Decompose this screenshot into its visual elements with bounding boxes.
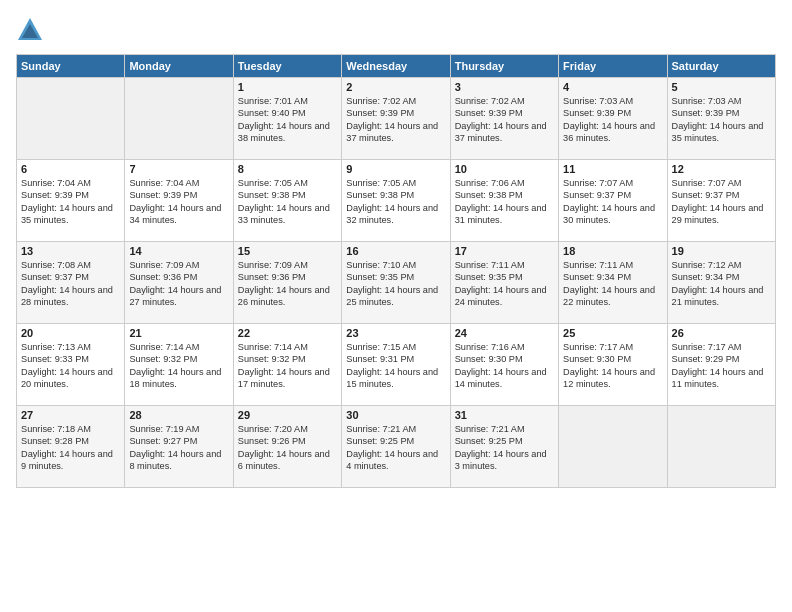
calendar-cell: 22Sunrise: 7:14 AMSunset: 9:32 PMDayligh… (233, 324, 341, 406)
calendar-cell: 6Sunrise: 7:04 AMSunset: 9:39 PMDaylight… (17, 160, 125, 242)
day-number: 1 (238, 81, 337, 93)
day-number: 10 (455, 163, 554, 175)
day-number: 24 (455, 327, 554, 339)
calendar-cell: 21Sunrise: 7:14 AMSunset: 9:32 PMDayligh… (125, 324, 233, 406)
day-number: 8 (238, 163, 337, 175)
header-saturday: Saturday (667, 55, 775, 78)
day-number: 30 (346, 409, 445, 421)
calendar-cell (125, 78, 233, 160)
calendar-cell: 7Sunrise: 7:04 AMSunset: 9:39 PMDaylight… (125, 160, 233, 242)
cell-content: Sunrise: 7:11 AMSunset: 9:35 PMDaylight:… (455, 259, 554, 309)
calendar-cell: 18Sunrise: 7:11 AMSunset: 9:34 PMDayligh… (559, 242, 667, 324)
cell-content: Sunrise: 7:18 AMSunset: 9:28 PMDaylight:… (21, 423, 120, 473)
cell-content: Sunrise: 7:19 AMSunset: 9:27 PMDaylight:… (129, 423, 228, 473)
calendar-header-row: SundayMondayTuesdayWednesdayThursdayFrid… (17, 55, 776, 78)
day-number: 17 (455, 245, 554, 257)
cell-content: Sunrise: 7:12 AMSunset: 9:34 PMDaylight:… (672, 259, 771, 309)
calendar-cell: 15Sunrise: 7:09 AMSunset: 9:36 PMDayligh… (233, 242, 341, 324)
calendar-cell: 13Sunrise: 7:08 AMSunset: 9:37 PMDayligh… (17, 242, 125, 324)
cell-content: Sunrise: 7:20 AMSunset: 9:26 PMDaylight:… (238, 423, 337, 473)
calendar-cell: 1Sunrise: 7:01 AMSunset: 9:40 PMDaylight… (233, 78, 341, 160)
calendar-cell (17, 78, 125, 160)
day-number: 7 (129, 163, 228, 175)
calendar-cell: 2Sunrise: 7:02 AMSunset: 9:39 PMDaylight… (342, 78, 450, 160)
cell-content: Sunrise: 7:09 AMSunset: 9:36 PMDaylight:… (238, 259, 337, 309)
calendar-cell (559, 406, 667, 488)
calendar-cell: 29Sunrise: 7:20 AMSunset: 9:26 PMDayligh… (233, 406, 341, 488)
day-number: 3 (455, 81, 554, 93)
calendar-cell: 28Sunrise: 7:19 AMSunset: 9:27 PMDayligh… (125, 406, 233, 488)
cell-content: Sunrise: 7:15 AMSunset: 9:31 PMDaylight:… (346, 341, 445, 391)
calendar-cell: 10Sunrise: 7:06 AMSunset: 9:38 PMDayligh… (450, 160, 558, 242)
calendar-cell: 20Sunrise: 7:13 AMSunset: 9:33 PMDayligh… (17, 324, 125, 406)
calendar-week-5: 27Sunrise: 7:18 AMSunset: 9:28 PMDayligh… (17, 406, 776, 488)
day-number: 9 (346, 163, 445, 175)
cell-content: Sunrise: 7:07 AMSunset: 9:37 PMDaylight:… (563, 177, 662, 227)
cell-content: Sunrise: 7:10 AMSunset: 9:35 PMDaylight:… (346, 259, 445, 309)
cell-content: Sunrise: 7:13 AMSunset: 9:33 PMDaylight:… (21, 341, 120, 391)
calendar-cell: 19Sunrise: 7:12 AMSunset: 9:34 PMDayligh… (667, 242, 775, 324)
day-number: 18 (563, 245, 662, 257)
day-number: 16 (346, 245, 445, 257)
day-number: 2 (346, 81, 445, 93)
calendar-cell (667, 406, 775, 488)
calendar-cell: 14Sunrise: 7:09 AMSunset: 9:36 PMDayligh… (125, 242, 233, 324)
cell-content: Sunrise: 7:09 AMSunset: 9:36 PMDaylight:… (129, 259, 228, 309)
header-monday: Monday (125, 55, 233, 78)
calendar-table: SundayMondayTuesdayWednesdayThursdayFrid… (16, 54, 776, 488)
day-number: 31 (455, 409, 554, 421)
calendar-cell: 31Sunrise: 7:21 AMSunset: 9:25 PMDayligh… (450, 406, 558, 488)
calendar-cell: 30Sunrise: 7:21 AMSunset: 9:25 PMDayligh… (342, 406, 450, 488)
day-number: 4 (563, 81, 662, 93)
header-tuesday: Tuesday (233, 55, 341, 78)
cell-content: Sunrise: 7:05 AMSunset: 9:38 PMDaylight:… (346, 177, 445, 227)
day-number: 5 (672, 81, 771, 93)
cell-content: Sunrise: 7:17 AMSunset: 9:30 PMDaylight:… (563, 341, 662, 391)
day-number: 23 (346, 327, 445, 339)
calendar-cell: 5Sunrise: 7:03 AMSunset: 9:39 PMDaylight… (667, 78, 775, 160)
header-friday: Friday (559, 55, 667, 78)
cell-content: Sunrise: 7:04 AMSunset: 9:39 PMDaylight:… (129, 177, 228, 227)
page-container: SundayMondayTuesdayWednesdayThursdayFrid… (0, 0, 792, 496)
cell-content: Sunrise: 7:03 AMSunset: 9:39 PMDaylight:… (672, 95, 771, 145)
day-number: 22 (238, 327, 337, 339)
day-number: 21 (129, 327, 228, 339)
cell-content: Sunrise: 7:11 AMSunset: 9:34 PMDaylight:… (563, 259, 662, 309)
cell-content: Sunrise: 7:04 AMSunset: 9:39 PMDaylight:… (21, 177, 120, 227)
calendar-week-1: 1Sunrise: 7:01 AMSunset: 9:40 PMDaylight… (17, 78, 776, 160)
day-number: 13 (21, 245, 120, 257)
cell-content: Sunrise: 7:14 AMSunset: 9:32 PMDaylight:… (238, 341, 337, 391)
calendar-cell: 11Sunrise: 7:07 AMSunset: 9:37 PMDayligh… (559, 160, 667, 242)
cell-content: Sunrise: 7:14 AMSunset: 9:32 PMDaylight:… (129, 341, 228, 391)
cell-content: Sunrise: 7:02 AMSunset: 9:39 PMDaylight:… (455, 95, 554, 145)
calendar-cell: 23Sunrise: 7:15 AMSunset: 9:31 PMDayligh… (342, 324, 450, 406)
calendar-week-4: 20Sunrise: 7:13 AMSunset: 9:33 PMDayligh… (17, 324, 776, 406)
day-number: 19 (672, 245, 771, 257)
cell-content: Sunrise: 7:05 AMSunset: 9:38 PMDaylight:… (238, 177, 337, 227)
calendar-cell: 17Sunrise: 7:11 AMSunset: 9:35 PMDayligh… (450, 242, 558, 324)
day-number: 14 (129, 245, 228, 257)
cell-content: Sunrise: 7:02 AMSunset: 9:39 PMDaylight:… (346, 95, 445, 145)
cell-content: Sunrise: 7:21 AMSunset: 9:25 PMDaylight:… (455, 423, 554, 473)
cell-content: Sunrise: 7:01 AMSunset: 9:40 PMDaylight:… (238, 95, 337, 145)
header-thursday: Thursday (450, 55, 558, 78)
calendar-cell: 12Sunrise: 7:07 AMSunset: 9:37 PMDayligh… (667, 160, 775, 242)
header-wednesday: Wednesday (342, 55, 450, 78)
calendar-week-2: 6Sunrise: 7:04 AMSunset: 9:39 PMDaylight… (17, 160, 776, 242)
calendar-cell: 4Sunrise: 7:03 AMSunset: 9:39 PMDaylight… (559, 78, 667, 160)
calendar-cell: 26Sunrise: 7:17 AMSunset: 9:29 PMDayligh… (667, 324, 775, 406)
calendar-cell: 8Sunrise: 7:05 AMSunset: 9:38 PMDaylight… (233, 160, 341, 242)
cell-content: Sunrise: 7:03 AMSunset: 9:39 PMDaylight:… (563, 95, 662, 145)
calendar-cell: 27Sunrise: 7:18 AMSunset: 9:28 PMDayligh… (17, 406, 125, 488)
cell-content: Sunrise: 7:08 AMSunset: 9:37 PMDaylight:… (21, 259, 120, 309)
cell-content: Sunrise: 7:06 AMSunset: 9:38 PMDaylight:… (455, 177, 554, 227)
day-number: 15 (238, 245, 337, 257)
calendar-cell: 9Sunrise: 7:05 AMSunset: 9:38 PMDaylight… (342, 160, 450, 242)
day-number: 25 (563, 327, 662, 339)
logo (16, 16, 46, 44)
day-number: 20 (21, 327, 120, 339)
calendar-cell: 25Sunrise: 7:17 AMSunset: 9:30 PMDayligh… (559, 324, 667, 406)
calendar-cell: 3Sunrise: 7:02 AMSunset: 9:39 PMDaylight… (450, 78, 558, 160)
calendar-cell: 16Sunrise: 7:10 AMSunset: 9:35 PMDayligh… (342, 242, 450, 324)
header-sunday: Sunday (17, 55, 125, 78)
